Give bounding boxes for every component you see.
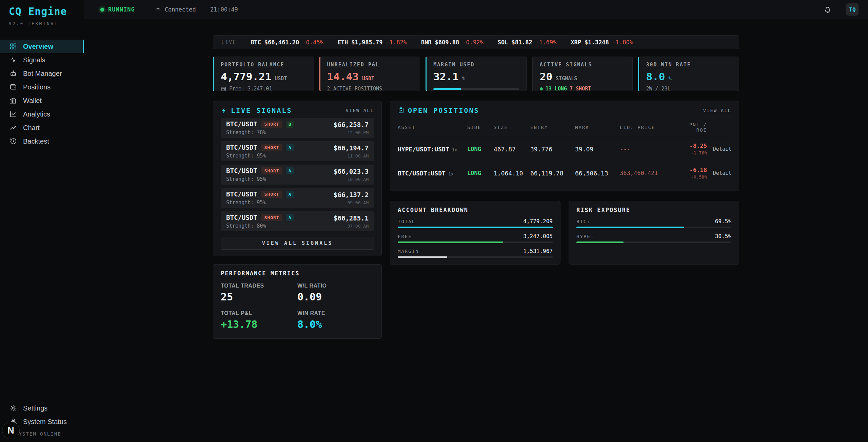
ticker-change: -1.69% [536,39,556,46]
ticker-item-eth: ETH $1,985.79 -1.82% [338,39,407,46]
sidebar-nav: Overview Signals Bot Manager Positions W… [0,40,84,148]
signal-strength: Strength: 95% [226,153,294,159]
metric-label: TOTAL P&L [221,310,297,316]
live-signals-title: LIVE SIGNALS [221,106,292,114]
engine-status: RUNNING [100,6,135,13]
breakdown-value: 1,531.967 [523,248,553,254]
system-online-label: SYSTEM ONLINE [15,431,61,437]
gear-icon [9,404,17,412]
risk-value: 30.5% [715,233,731,239]
signals-view-all-link[interactable]: VIEW ALL [346,108,374,113]
breakdown-bar [398,256,447,258]
signals-dot [540,87,543,90]
sidebar-item-analytics[interactable]: Analytics [0,107,84,121]
position-size: 1,064.10 [494,170,530,177]
position-leverage: 1x [448,171,454,176]
position-roi: -0.58% [677,174,707,180]
position-detail-link[interactable]: Detail [707,146,731,152]
signal-time: 09:00 AM [334,200,369,205]
ticker-symbol: ETH [338,39,348,46]
metric-wl-ratio: W/L RATIO 0.09 [297,283,374,303]
sidebar-item-signals[interactable]: Signals [0,53,84,67]
view-all-signals-button[interactable]: VIEW ALL SIGNALS [221,237,374,250]
metric-total-trades: TOTAL TRADES 25 [221,283,297,303]
position-pnl: -6.18 [690,167,707,173]
main-content: LIVE BTC $66,461.20 -0.45% ETH $1,985.79… [84,0,868,339]
breakdown-label: TOTAL [398,219,415,224]
bell-icon[interactable] [823,5,832,14]
sidebar-item-bot-manager[interactable]: Bot Manager [0,67,84,80]
ticker-price: $81.82 [511,39,532,46]
signal-row[interactable]: BTC/USDT SHORT A Strength: 95% $66,137.2… [221,188,374,208]
card-label: PORTFOLIO BALANCE [221,62,307,68]
positions-view-all-link[interactable]: VIEW ALL [703,108,731,113]
wallet-icon [9,83,17,91]
side-badge: SHORT [261,121,282,128]
dev-badge[interactable]: N [2,422,20,439]
connection-label: Connected [165,6,196,13]
position-entry: 39.776 [530,146,575,153]
bot-icon [9,70,17,77]
metric-total-pnl: TOTAL P&L +13.78 [221,310,297,330]
card-unit: % [668,76,671,82]
ticker-symbol: XRP [571,39,581,46]
col-liq-price: LIQ. PRICE [620,125,677,130]
signal-row[interactable]: BTC/USDT SHORT A Strength: 95% $66,023.3… [221,165,374,185]
avatar[interactable]: TQ [846,3,859,16]
sidebar-item-label: Backtest [23,138,49,145]
col-side: SIDE [467,125,494,130]
long-count: 13 LONG [546,86,567,92]
position-mark: 39.09 [575,146,620,153]
sidebar-item-positions[interactable]: Positions [0,80,84,94]
signal-pair: BTC/USDT [226,214,257,221]
signal-time: 10:00 AM [334,177,369,182]
grade-badge: A [286,167,294,174]
ticker-price: $1,985.79 [351,39,382,46]
risk-label: HYPE: [576,234,594,239]
card-value: 14.43 [327,70,359,83]
metric-value: 25 [221,291,297,303]
signal-row[interactable]: BTC/USDT SHORT A Strength: 80% $66,285.1… [221,211,374,231]
ticker-price: $66,461.20 [264,39,299,46]
stat-cards: PORTFOLIO BALANCE 4,779.21 USDT Free: 3,… [213,57,739,91]
sidebar-item-label: Signals [23,56,45,64]
sidebar-item-backtest[interactable]: Backtest [0,134,84,148]
grade-badge: B [286,121,294,128]
card-value: 8.0 [646,70,665,83]
ticker-item-bnb: BNB $609.88 -0.92% [421,39,484,46]
breakdown-value: 4,779.209 [523,218,553,225]
position-liq-price: --- [620,146,677,152]
margin-progress-fill [433,88,461,90]
metric-win-rate: WIN RATE 8.0% [297,310,374,330]
ticker-symbol: SOL [498,39,508,46]
position-side: LONG [467,146,494,152]
sidebar-item-wallet[interactable]: Wallet [0,94,84,107]
bank-icon [9,97,17,104]
position-side: LONG [467,170,494,176]
sidebar-item-settings[interactable]: Settings [0,401,84,415]
signal-time: 12:00 PM [334,130,369,135]
signal-row[interactable]: BTC/USDT SHORT B Strength: 78% $66,258.7… [221,118,374,138]
position-detail-link[interactable]: Detail [707,170,731,176]
ticker-price: $609.88 [435,39,459,46]
sidebar-item-label: Overview [23,43,53,50]
wifi-icon [155,6,161,13]
signal-row[interactable]: BTC/USDT SHORT A Strength: 95% $66,194.7… [221,141,374,161]
signal-pair: BTC/USDT [226,120,257,128]
card-label: MARGIN USED [433,62,519,68]
card-label: ACTIVE SIGNALS [540,62,626,68]
sidebar-item-overview[interactable]: Overview [0,40,84,53]
signal-time: 11:00 AM [334,153,369,159]
price-ticker: LIVE BTC $66,461.20 -0.45% ETH $1,985.79… [213,35,739,49]
clipboard-icon [398,107,405,114]
signal-price: $66,285.1 [334,214,369,222]
grade-badge: A [286,214,294,221]
breakdown-value: 3,247.005 [523,233,553,239]
ticker-symbol: BTC [251,39,261,46]
sidebar-item-chart[interactable]: Chart [0,121,84,134]
position-row: HYPE/USDT:USDT 1x LONG 467.87 39.776 39.… [398,137,731,161]
open-positions-panel: OPEN POSITIONS VIEW ALL ASSET SIDE SIZE … [390,101,739,191]
breakdown-bar [398,227,553,228]
position-mark: 66,506.13 [575,170,620,177]
ticker-change: -1.80% [612,39,633,46]
